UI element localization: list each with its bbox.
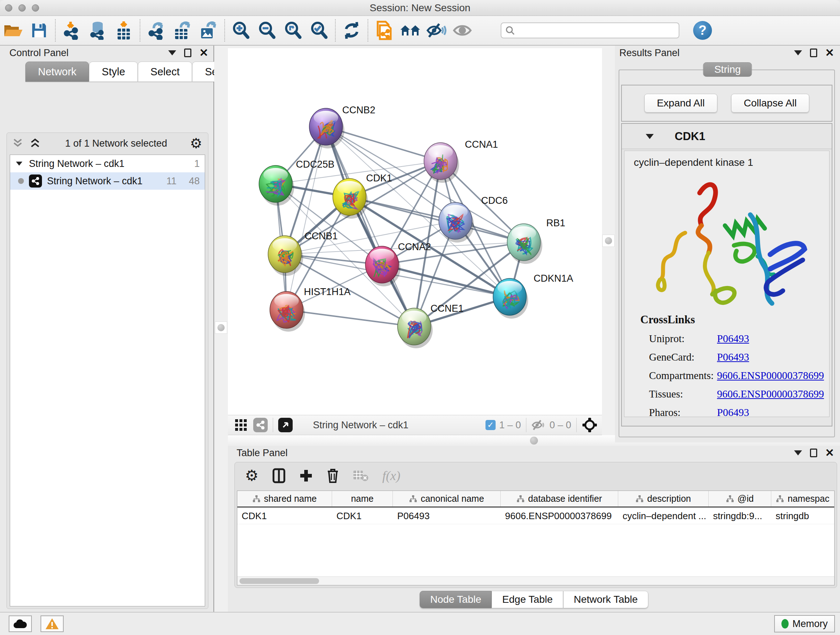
panel-menu-icon[interactable] (168, 50, 176, 55)
search-icon (505, 25, 515, 35)
panel-close-icon[interactable]: ✕ (199, 48, 208, 58)
left-splitter[interactable] (214, 46, 228, 612)
crosslink-link[interactable]: P06493 (717, 407, 749, 417)
protein-node-HIST1H1A[interactable]: HIST1H1A (270, 287, 351, 332)
tab-edge-table[interactable]: Edge Table (492, 591, 563, 608)
refresh-button[interactable] (339, 19, 365, 42)
panel-float-icon[interactable] (810, 49, 817, 57)
crosslink-link[interactable]: P06493 (717, 333, 749, 345)
results-panel: Results Panel ✕ String Expand All Collap… (615, 46, 840, 442)
network-label: String Network – cdk1 (47, 176, 142, 187)
import-table-button[interactable] (111, 19, 137, 42)
table-options-gear-icon[interactable]: ⚙ (245, 468, 259, 483)
memory-button[interactable]: Memory (774, 615, 835, 632)
section-expander-icon[interactable] (646, 134, 654, 139)
string-results-container: Expand All Collapse All CDK1 cyclin–depe… (619, 70, 835, 437)
show-analysis-icon (453, 23, 472, 38)
hide-analysis-button[interactable] (423, 19, 449, 42)
protein-node-CCNE1[interactable]: CCNE1 (398, 303, 464, 348)
show-columns-icon[interactable] (272, 468, 286, 483)
crosslink-link[interactable]: 9606.ENSP00000378699 (717, 370, 824, 382)
show-analysis-button[interactable] (449, 19, 475, 42)
panel-float-icon[interactable] (810, 448, 817, 457)
selected-checkbox-icon[interactable]: ✓ (485, 420, 496, 430)
import-network-database-button[interactable] (85, 19, 111, 42)
save-session-button[interactable] (26, 19, 52, 42)
zoom-in-button[interactable] (228, 19, 254, 42)
detach-view-icon[interactable] (278, 418, 293, 432)
panel-menu-icon[interactable] (794, 450, 802, 455)
string-home-icon (400, 22, 421, 38)
collapse-all-button[interactable]: Collapse All (731, 94, 809, 112)
tab-select[interactable]: Select (138, 62, 193, 82)
panel-close-icon[interactable]: ✕ (825, 48, 834, 58)
zoom-selected-button[interactable] (306, 19, 332, 42)
string-home-button[interactable] (397, 19, 423, 42)
panel-menu-icon[interactable] (794, 50, 802, 55)
warnings-button[interactable] (41, 616, 64, 632)
zoom-out-button[interactable] (254, 19, 280, 42)
table-tabs: Node Table Edge Table Network Table (228, 591, 840, 608)
network-collection-row[interactable]: String Network – cdk1 1 (10, 155, 205, 172)
gene-section-header[interactable]: CDK1 (622, 124, 832, 149)
right-splitter[interactable] (602, 46, 615, 442)
node-label-CDKN1A: CDKN1A (534, 273, 573, 284)
splitter-handle[interactable] (605, 237, 612, 244)
import-network-file-button[interactable] (58, 19, 85, 42)
protein-node-CDKN1A[interactable]: CDKN1A (493, 273, 573, 318)
table-header-row[interactable]: shared name name canonical name database… (237, 491, 834, 508)
column-type-icon (726, 495, 734, 503)
scrollbar-thumb[interactable] (240, 578, 319, 584)
protein-node-CDC25B[interactable]: CDC25B (259, 159, 335, 206)
birds-eye-toggle-icon[interactable] (582, 417, 598, 433)
protein-node-CCNA1[interactable]: CCNA1 (424, 139, 498, 183)
splitter-handle[interactable] (218, 324, 225, 331)
toolbar-separator (55, 19, 56, 42)
toolbar-separator (368, 19, 368, 42)
expand-all-button[interactable]: Expand All (644, 94, 717, 112)
edge-count: 48 (189, 176, 200, 187)
tab-style[interactable]: Style (89, 62, 137, 82)
crosslink-link[interactable]: 9606.ENSP00000378699 (717, 388, 824, 400)
export-table-button[interactable] (169, 19, 195, 42)
export-image-button[interactable] (195, 19, 221, 42)
panel-close-icon[interactable]: ✕ (825, 448, 834, 458)
column-type-icon (253, 495, 261, 503)
crosslink-link[interactable]: P06493 (717, 351, 749, 363)
zoom-fit-button[interactable] (280, 19, 306, 42)
table-h-scrollbar[interactable] (237, 576, 834, 585)
protein-node-RB1[interactable]: RB1 (507, 218, 565, 264)
grid-view-icon[interactable] (234, 418, 248, 432)
tab-network-table[interactable]: Network Table (563, 591, 648, 608)
import-table-icon (115, 21, 133, 40)
table-row[interactable]: CDK1 CDK1 P06493 9606.ENSP00000378699 cy… (237, 508, 834, 524)
network-canvas[interactable]: CCNB2CCNA1CDC25BCDK1CDC6RB1CCNB1CCNA2CDK… (228, 48, 602, 415)
export-network-button[interactable] (143, 19, 169, 42)
expand-all-icon[interactable] (30, 138, 42, 149)
network-row-selected[interactable]: String Network – cdk1 11 48 (10, 172, 205, 190)
open-session-button[interactable] (0, 19, 26, 42)
network-view-icon[interactable] (253, 418, 268, 432)
export-table-icon (173, 21, 192, 40)
tree-expander-icon[interactable] (16, 162, 22, 165)
string-network-graph[interactable]: CCNB2CCNA1CDC25BCDK1CDC6RB1CCNB1CCNA2CDK… (228, 48, 602, 415)
add-column-icon[interactable] (299, 469, 313, 483)
tab-node-table[interactable]: Node Table (420, 591, 492, 608)
crosslink-label: Compartments: (649, 370, 717, 382)
panel-float-icon[interactable] (184, 49, 191, 57)
search-input[interactable] (515, 23, 679, 38)
node-table[interactable]: shared name name canonical name database… (237, 491, 835, 585)
splitter-handle[interactable] (530, 437, 538, 445)
string-import-button[interactable] (371, 19, 397, 42)
network-options-gear-icon[interactable]: ⚙ (190, 136, 202, 150)
node-label-CCNA1: CCNA1 (465, 139, 498, 150)
cloud-status-button[interactable] (9, 616, 32, 632)
network-type-icon (29, 174, 42, 187)
refresh-icon (343, 22, 361, 39)
search-box[interactable] (501, 22, 679, 38)
tab-network[interactable]: Network (25, 62, 89, 82)
delete-column-icon[interactable] (327, 468, 339, 483)
collapse-all-icon[interactable] (13, 138, 25, 149)
help-button[interactable]: ? (693, 21, 712, 40)
tab-string[interactable]: String (703, 62, 752, 77)
